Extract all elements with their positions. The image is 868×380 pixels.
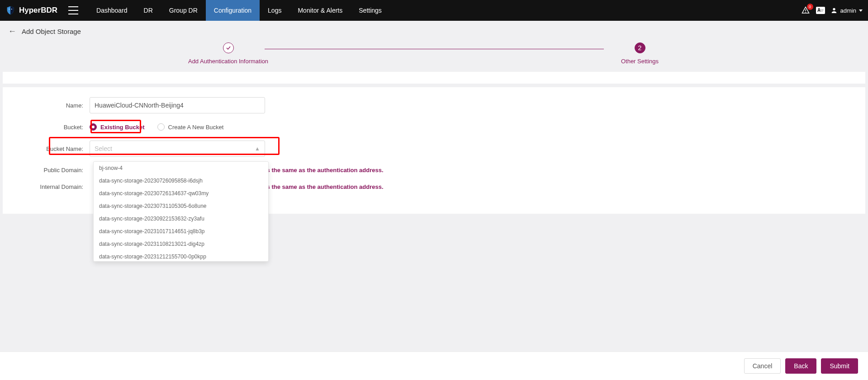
menu-toggle-icon[interactable] (68, 6, 78, 14)
internal-domain-hint: is the same as the authentication addres… (265, 183, 384, 190)
spacer-strip (3, 72, 865, 84)
row-bucket: Bucket: Existing Bucket Create A New Buc… (12, 123, 856, 131)
user-icon (830, 7, 838, 14)
nav-logs[interactable]: Logs (260, 0, 289, 21)
bucket-option[interactable]: data-sync-storage-20230922153632-zy3afu (94, 212, 268, 225)
chevron-up-icon: ▲ (255, 145, 260, 152)
step2-label: Other Settings (621, 58, 659, 65)
nav-settings[interactable]: Settings (351, 0, 390, 21)
top-nav: HyperBDR Dashboard DR Group DR Configura… (0, 0, 868, 21)
nav-monitor-alerts[interactable]: Monitor & Alerts (289, 0, 351, 21)
label-bucket: Bucket: (12, 124, 90, 131)
brand-name: HyperBDR (19, 6, 57, 15)
radio-off-icon (157, 123, 165, 131)
submit-button[interactable]: Submit (821, 358, 858, 374)
bucket-option[interactable]: data-sync-storage-20230726095858-i6dsjh (94, 174, 268, 187)
svg-point-1 (11, 9, 12, 9)
radio-existing-bucket[interactable]: Existing Bucket (90, 123, 145, 131)
nav-items: Dashboard DR Group DR Configuration Logs… (88, 0, 390, 21)
bucket-name-dropdown[interactable]: bj-snow-4 data-sync-storage-202307260958… (93, 161, 269, 262)
svg-rect-2 (805, 9, 806, 11)
cancel-button[interactable]: Cancel (744, 358, 781, 374)
label-internal-domain: Internal Domain: (12, 183, 90, 190)
bucket-name-placeholder: Select (95, 145, 112, 152)
step-other-settings: 2 Other Settings (604, 42, 676, 65)
page-titlebar: ← Add Object Storage (0, 21, 868, 40)
svg-rect-3 (805, 12, 806, 13)
bucket-option[interactable]: data-sync-storage-20231108213021-dig4zp (94, 238, 268, 250)
bucket-option[interactable]: data-sync-storage-20230731105305-6o8une (94, 200, 268, 212)
step-auth-info: Add Authentication Information (192, 42, 265, 65)
form-card: Name: Bucket: Existing Bucket Create A N… (3, 87, 865, 214)
radio-existing-label: Existing Bucket (100, 124, 145, 131)
step2-circle: 2 (635, 42, 645, 53)
user-menu[interactable]: admin (830, 7, 863, 14)
label-name: Name: (12, 102, 90, 109)
nav-group-dr[interactable]: Group DR (161, 0, 206, 21)
step1-label: Add Authentication Information (188, 58, 268, 65)
label-bucket-name: Bucket Name: (12, 145, 90, 152)
bucket-radio-group: Existing Bucket Create A New Bucket (90, 123, 223, 131)
nav-configuration[interactable]: Configuration (206, 0, 260, 21)
user-name: admin (840, 7, 856, 14)
public-domain-hint: is the same as the authentication addres… (265, 167, 384, 174)
step1-circle (223, 42, 234, 53)
chevron-down-icon (859, 9, 863, 12)
check-icon (226, 45, 231, 51)
lang-switch[interactable]: A⸪ (816, 7, 825, 14)
step-line (265, 49, 604, 49)
bucket-name-select[interactable]: Select ▲ (90, 141, 265, 157)
notif-badge: 0 (807, 4, 813, 10)
nav-right: 0 A⸪ admin (801, 5, 863, 15)
row-bucket-name: Bucket Name: Select ▲ (12, 141, 856, 157)
label-public-domain: Public Domain: (12, 167, 90, 174)
stepper: Add Authentication Information 2 Other S… (0, 40, 868, 72)
back-arrow-icon[interactable]: ← (8, 27, 16, 35)
nav-dr[interactable]: DR (136, 0, 161, 21)
svg-point-4 (833, 8, 835, 10)
svg-point-0 (9, 9, 9, 9)
bucket-option[interactable]: bj-snow-4 (94, 162, 268, 174)
notification-icon[interactable]: 0 (801, 5, 811, 15)
row-name: Name: (12, 97, 856, 113)
form-wrap: Name: Bucket: Existing Bucket Create A N… (12, 97, 856, 190)
bucket-option[interactable]: data-sync-storage-20231017114651-jq8b3p (94, 225, 268, 238)
name-input[interactable] (90, 97, 265, 113)
page-title: Add Object Storage (22, 28, 81, 35)
radio-create-bucket[interactable]: Create A New Bucket (157, 123, 224, 131)
bucket-option[interactable]: data-sync-storage-20231212155700-0p0kpp (94, 250, 268, 262)
radio-create-label: Create A New Bucket (168, 124, 224, 131)
footer-bar: Cancel Back Submit (0, 352, 868, 380)
logo[interactable]: HyperBDR (5, 5, 57, 15)
bucket-option[interactable]: data-sync-storage-20230726134637-qw03my (94, 187, 268, 200)
shield-icon (5, 5, 15, 15)
back-button[interactable]: Back (785, 358, 816, 374)
radio-on-icon (90, 123, 97, 131)
nav-dashboard[interactable]: Dashboard (88, 0, 136, 21)
